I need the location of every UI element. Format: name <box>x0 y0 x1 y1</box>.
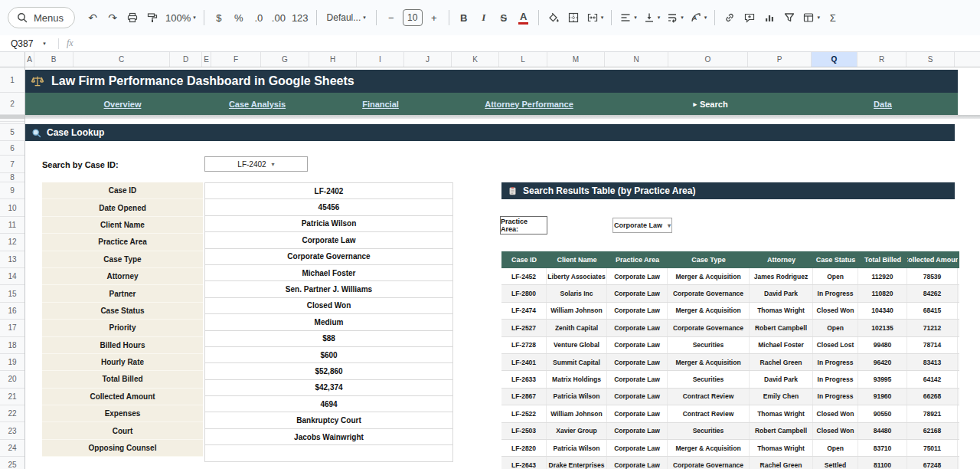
column-header-J[interactable]: J <box>404 52 452 67</box>
column-header-M[interactable]: M <box>547 52 605 67</box>
row-header-17[interactable]: 17 <box>0 320 24 336</box>
nav-tab-overview[interactable]: Overview <box>104 93 142 115</box>
table-views-button[interactable]: ▾ <box>800 8 822 28</box>
increase-decimal-button[interactable]: .00 <box>270 8 288 28</box>
row-header-25[interactable]: 25 <box>0 457 24 469</box>
row-header-20[interactable]: 20 <box>0 371 24 388</box>
column-header-F[interactable]: F <box>211 52 261 67</box>
comment-icon <box>743 11 756 24</box>
column-header-T[interactable]: T <box>955 52 980 67</box>
detail-label: Partner <box>42 285 203 302</box>
row-header-18[interactable]: 18 <box>0 337 24 354</box>
results-cell: LF-2633 <box>501 371 547 387</box>
column-header-G[interactable]: G <box>261 52 309 67</box>
italic-button[interactable]: I <box>475 8 493 28</box>
increase-font-size-button[interactable]: + <box>425 8 443 28</box>
results-cell: William Johnson <box>547 405 607 421</box>
select-all-corner[interactable] <box>0 52 25 67</box>
case-id-dropdown[interactable]: LF-2402 ▾ <box>204 156 308 172</box>
row-header-7[interactable]: 7 <box>0 156 24 173</box>
results-cell: 64142 <box>907 371 958 387</box>
fill-color-button[interactable] <box>544 8 563 28</box>
column-header-E[interactable]: E <box>202 52 211 67</box>
currency-format-button[interactable]: $ <box>210 8 228 28</box>
chevron-down-icon: ▾ <box>363 15 366 21</box>
text-rotation-button[interactable]: A ▾ <box>688 8 710 28</box>
column-header-H[interactable]: H <box>309 52 357 67</box>
row-header-10[interactable]: 10 <box>0 199 24 216</box>
column-header-D[interactable]: D <box>170 52 202 67</box>
row-header-15[interactable]: 15 <box>0 285 24 302</box>
redo-button[interactable]: ↷ <box>103 8 122 28</box>
insert-comment-button[interactable] <box>740 8 759 28</box>
print-button[interactable] <box>123 8 142 28</box>
merge-cells-button[interactable]: ▾ <box>584 8 606 28</box>
row-header-24[interactable]: 24 <box>0 440 24 457</box>
row-header-22[interactable]: 22 <box>0 405 24 422</box>
column-header-B[interactable]: B <box>34 52 74 67</box>
column-header-K[interactable]: K <box>452 52 499 67</box>
column-header-S[interactable]: S <box>906 52 955 67</box>
row-header-12[interactable]: 12 <box>0 234 24 251</box>
row-header-23[interactable]: 23 <box>0 422 24 439</box>
row-header-14[interactable]: 14 <box>0 268 24 285</box>
column-header-P[interactable]: P <box>748 52 812 67</box>
row-header-1[interactable]: 1 <box>0 67 24 93</box>
percent-format-button[interactable]: % <box>230 8 248 28</box>
nav-tab-financial[interactable]: Financial <box>362 93 399 115</box>
practice-area-dropdown[interactable]: Corporate Law ▾ <box>612 218 672 233</box>
results-cell: Robert Campbell <box>750 320 813 336</box>
column-header-N[interactable]: N <box>605 52 668 67</box>
menus-button[interactable]: Menus <box>8 7 75 28</box>
column-header-O[interactable]: O <box>668 52 748 67</box>
insert-chart-button[interactable] <box>760 8 779 28</box>
horizontal-align-button[interactable]: ▾ <box>617 8 639 28</box>
column-header-A[interactable]: A <box>25 52 34 67</box>
zoom-select[interactable]: 100%▾ <box>163 8 198 28</box>
row-header-13[interactable]: 13 <box>0 251 24 268</box>
cell-reference: Q387 <box>11 38 33 49</box>
frozen-rows-divider[interactable] <box>25 115 980 119</box>
case-detail-labels: Case IDDate OpenedClient NamePractice Ar… <box>42 182 203 457</box>
nav-tab-search[interactable]: ▸Search <box>693 93 727 115</box>
row-header-16[interactable]: 16 <box>0 303 24 320</box>
row-header-6[interactable]: 6 <box>0 141 24 156</box>
horizontal-align-icon <box>619 11 632 24</box>
column-header-I[interactable]: I <box>357 52 404 67</box>
font-size-input[interactable]: 10 <box>403 9 423 26</box>
text-color-button[interactable]: A <box>514 8 533 28</box>
nav-tab-attorney-performance[interactable]: Attorney Performance <box>485 93 573 115</box>
strikethrough-button[interactable]: S <box>495 8 513 28</box>
name-box[interactable]: Q387 ▾ <box>0 38 55 49</box>
decrease-font-size-button[interactable]: − <box>382 8 400 28</box>
row-header-19[interactable]: 19 <box>0 354 24 371</box>
functions-button[interactable]: Σ <box>824 8 842 28</box>
row-header-8[interactable]: 8 <box>0 173 24 182</box>
undo-button[interactable]: ↶ <box>83 8 102 28</box>
column-header-C[interactable]: C <box>74 52 170 67</box>
results-col-header-total-billed: Total Billed <box>858 251 907 268</box>
text-wrap-button[interactable]: ▾ <box>664 8 686 28</box>
column-header-R[interactable]: R <box>858 52 906 67</box>
insert-link-button[interactable] <box>720 8 739 28</box>
bold-button[interactable]: B <box>455 8 473 28</box>
table-row: LF-2820Patricia WilsonCorporate LawMerge… <box>501 440 959 457</box>
results-cell: Corporate Law <box>607 268 668 284</box>
svg-text:A: A <box>693 15 697 21</box>
borders-button[interactable] <box>564 8 583 28</box>
font-select[interactable]: Defaul...▾ <box>322 8 371 28</box>
row-header-21[interactable]: 21 <box>0 389 24 405</box>
column-header-Q[interactable]: Q <box>812 52 858 67</box>
more-formats-button[interactable]: 123 <box>289 8 311 28</box>
nav-tab-data[interactable]: Data <box>874 93 892 115</box>
row-header-2[interactable]: 2 <box>0 93 24 115</box>
create-filter-button[interactable] <box>780 8 799 28</box>
row-header-9[interactable]: 9 <box>0 182 24 199</box>
row-header-5[interactable]: 5 <box>0 124 24 141</box>
column-header-L[interactable]: L <box>499 52 547 67</box>
decrease-decimal-button[interactable]: .0 <box>250 8 268 28</box>
paint-format-button[interactable] <box>143 8 162 28</box>
nav-tab-case-analysis[interactable]: Case Analysis <box>229 93 286 115</box>
vertical-align-button[interactable]: ▾ <box>641 8 663 28</box>
row-header-11[interactable]: 11 <box>0 217 24 234</box>
